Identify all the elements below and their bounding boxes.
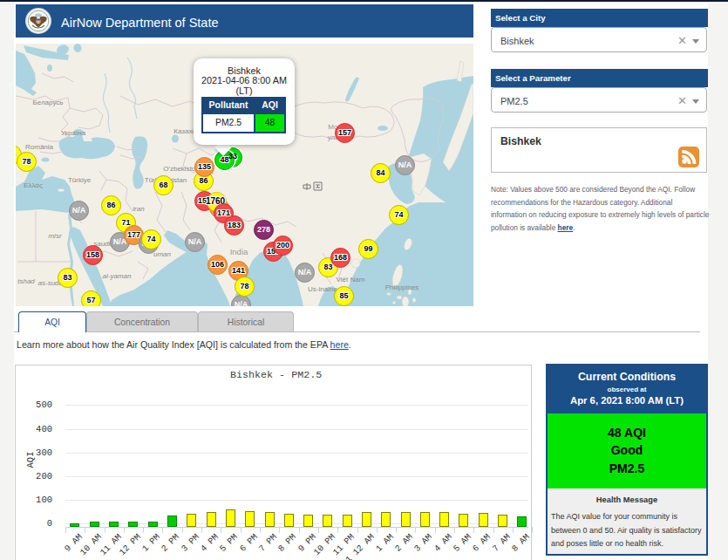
svg-text:Philippines: Philippines (385, 283, 419, 291)
svg-text:România: România (25, 143, 54, 151)
svg-text:India: India (230, 247, 248, 256)
svg-text:tshad: tshad (17, 277, 35, 285)
svg-text:al-yaman: al-yaman (103, 272, 132, 280)
svg-text:misr: misr (48, 232, 61, 240)
svg-text:Việt Nam: Việt Nam (337, 276, 365, 283)
svg-text:Türkiye: Türkiye (68, 176, 92, 184)
svg-text:Україна: Україна (61, 129, 86, 137)
svg-text:iran: iran (133, 205, 145, 213)
svg-text:Ελλάς: Ελλάς (24, 181, 43, 189)
svg-text:Беларусь: Беларусь (33, 99, 64, 106)
svg-text:Us-inalne: Us-inalne (308, 285, 337, 293)
svg-text:uman: uman (153, 250, 172, 258)
